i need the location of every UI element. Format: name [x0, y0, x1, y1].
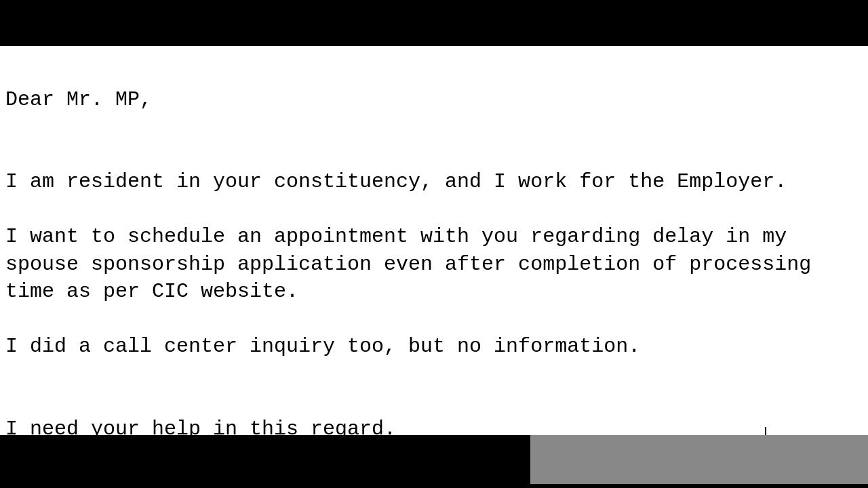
bottom-bar-left [0, 435, 530, 484]
salutation: Dear Mr. MP, [5, 88, 152, 111]
content-area: Dear Mr. MP, I am resident in your const… [0, 46, 868, 484]
paragraph1: I am resident in your constituency, and … [5, 170, 787, 193]
top-bar [0, 0, 868, 46]
letter-body: Dear Mr. MP, I am resident in your const… [5, 58, 863, 470]
bottom-bar-right [530, 435, 868, 484]
paragraph2: I want to schedule an appointment with y… [5, 225, 823, 303]
paragraph3: I did a call center inquiry too, but no … [5, 335, 640, 358]
